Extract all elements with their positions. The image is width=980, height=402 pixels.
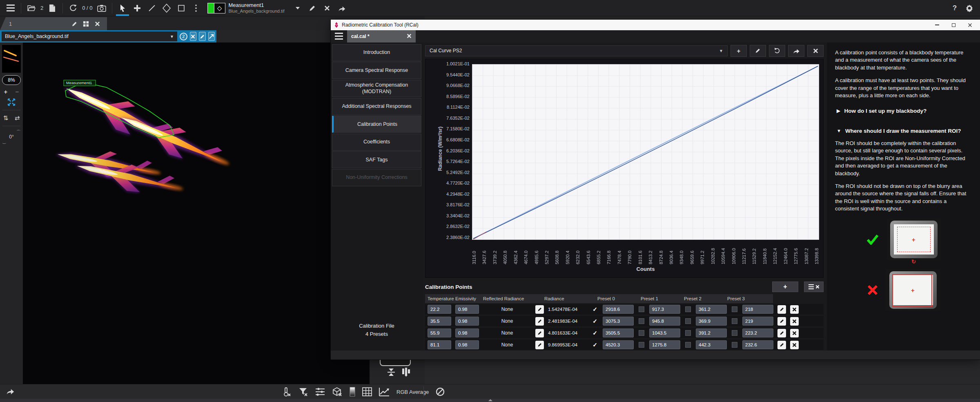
reflected-radiance-value[interactable]: None bbox=[483, 318, 531, 324]
settings-button[interactable] bbox=[962, 1, 977, 15]
help-button[interactable]: ? bbox=[947, 1, 962, 15]
rcal-document-tab[interactable]: cal.cal * bbox=[347, 30, 416, 42]
preset-1-counts-input[interactable]: 1275.8 bbox=[649, 340, 680, 349]
remove-all-points-button[interactable] bbox=[804, 281, 824, 292]
reflected-radiance-value[interactable]: None bbox=[483, 330, 531, 336]
close-file-button[interactable] bbox=[190, 32, 197, 41]
temperature-input[interactable]: 22.2 bbox=[428, 305, 451, 314]
preset-1-checkbox[interactable] bbox=[639, 330, 644, 336]
preset-2-counts-input[interactable]: 442.3 bbox=[696, 340, 727, 349]
preset-0-counts-input[interactable]: 4520.3 bbox=[603, 340, 634, 349]
edit-radiance-button[interactable] bbox=[535, 341, 544, 349]
line-chart-icon[interactable] bbox=[379, 387, 390, 396]
file-selector-dropdown[interactable]: Blue_Angels_background.tif ▼ bbox=[2, 31, 177, 41]
image-thumbnail[interactable] bbox=[2, 45, 21, 73]
open-external-button[interactable] bbox=[208, 32, 215, 41]
edit-point-button[interactable] bbox=[777, 341, 786, 349]
preset-0-checkbox-checked[interactable]: ✓ bbox=[591, 318, 599, 324]
data-table-icon[interactable] bbox=[362, 387, 372, 396]
preset-3-counts-input[interactable]: 219 bbox=[742, 317, 773, 326]
minimize-button[interactable] bbox=[930, 20, 944, 29]
preset-3-counts-input[interactable]: 232.6 bbox=[742, 340, 773, 349]
preset-0-counts-input[interactable]: 2918.6 bbox=[603, 305, 634, 314]
rcal-menu-button[interactable] bbox=[335, 33, 343, 40]
edit-file-button[interactable] bbox=[199, 32, 206, 41]
open-file-button[interactable] bbox=[24, 1, 39, 15]
nav-item-camera-spectral-response[interactable]: Camera Spectral Response bbox=[332, 62, 421, 79]
chevron-up-icon[interactable] bbox=[488, 399, 492, 401]
nav-item-additional-spectral-responses[interactable]: Additional Spectral Responses bbox=[332, 98, 421, 115]
delete-point-button[interactable] bbox=[790, 317, 799, 326]
preset-0-checkbox-checked[interactable]: ✓ bbox=[591, 342, 599, 348]
nav-item-coefficients[interactable]: Coefficients bbox=[332, 134, 421, 151]
preset-1-checkbox[interactable] bbox=[639, 306, 644, 312]
reflected-radiance-value[interactable]: None bbox=[483, 342, 531, 348]
temperature-input[interactable]: 81.1 bbox=[428, 340, 451, 349]
preset-2-counts-input[interactable]: 361.2 bbox=[696, 305, 727, 314]
pixel-mode-label[interactable]: RGB Average bbox=[396, 389, 429, 395]
select-tool-button[interactable] bbox=[115, 1, 130, 15]
measurement-dropdown-button[interactable] bbox=[290, 1, 305, 15]
snapshot-button[interactable] bbox=[94, 1, 109, 15]
close-chart-button[interactable] bbox=[807, 45, 824, 57]
edit-curve-button[interactable] bbox=[750, 45, 766, 57]
edit-point-button[interactable] bbox=[777, 305, 786, 314]
panel-columns-icon[interactable] bbox=[401, 368, 411, 377]
rename-tab-button[interactable] bbox=[69, 19, 80, 29]
edit-point-button[interactable] bbox=[777, 317, 786, 326]
close-tab-button[interactable] bbox=[407, 34, 412, 40]
delete-point-button[interactable] bbox=[790, 329, 799, 337]
adjustments-icon[interactable] bbox=[315, 387, 325, 396]
delete-point-button[interactable] bbox=[790, 341, 799, 349]
preset-2-checkbox[interactable] bbox=[685, 342, 691, 348]
plot-area[interactable] bbox=[472, 64, 819, 240]
preset-3-checkbox[interactable] bbox=[732, 330, 737, 336]
preset-1-checkbox[interactable] bbox=[639, 318, 644, 324]
disabled-circle-icon[interactable] bbox=[436, 387, 445, 396]
fit-to-window-button[interactable] bbox=[7, 98, 16, 106]
expander-measurement-roi[interactable]: ▼ Where should I draw the measurement RO… bbox=[837, 128, 972, 134]
temperature-off-icon[interactable] bbox=[283, 387, 292, 397]
preset-2-checkbox[interactable] bbox=[685, 318, 691, 324]
nav-item-calibration-points[interactable]: Calibration Points bbox=[332, 116, 421, 133]
edit-radiance-button[interactable] bbox=[535, 317, 544, 326]
line-roi-tool-button[interactable] bbox=[145, 1, 159, 15]
rcal-titlebar[interactable]: Radiometric Calibration Tool (RCal) bbox=[331, 20, 980, 30]
collapse-rows-icon[interactable] bbox=[386, 368, 396, 377]
pan-tool-button[interactable] bbox=[130, 1, 145, 15]
preset-3-counts-input[interactable]: 223.2 bbox=[742, 328, 773, 337]
more-tools-button[interactable] bbox=[189, 1, 203, 15]
preset-0-counts-input[interactable]: 3075.3 bbox=[603, 317, 634, 326]
nav-item-atmospheric-compensation-modtran-[interactable]: Atmospheric Compensation (MODTRAN) bbox=[332, 80, 421, 98]
filter-off-icon[interactable] bbox=[298, 387, 308, 397]
delete-point-button[interactable] bbox=[790, 305, 799, 314]
zoom-out-button[interactable]: − bbox=[13, 87, 22, 96]
cube-off-icon[interactable] bbox=[332, 387, 343, 397]
maximize-button[interactable] bbox=[947, 20, 960, 29]
edit-point-button[interactable] bbox=[777, 329, 786, 337]
edit-radiance-button[interactable] bbox=[535, 305, 544, 314]
polygon-roi-tool-button[interactable] bbox=[159, 1, 174, 15]
preset-0-counts-input[interactable]: 3505.5 bbox=[603, 328, 634, 337]
edit-measurement-button[interactable] bbox=[305, 1, 320, 15]
layout-grid-button[interactable] bbox=[80, 19, 91, 29]
flip-vertical-button[interactable]: ⇅ bbox=[1, 114, 10, 122]
zoom-in-button[interactable]: + bbox=[1, 87, 10, 96]
thermal-image-canvas[interactable]: Measurement1 bbox=[23, 42, 370, 384]
temperature-input[interactable]: 55.9 bbox=[428, 328, 451, 337]
preset-1-checkbox[interactable] bbox=[639, 342, 644, 348]
edit-radiance-button[interactable] bbox=[535, 329, 544, 337]
file-list-button[interactable] bbox=[45, 1, 60, 15]
preset-2-counts-input[interactable]: 369.9 bbox=[696, 317, 727, 326]
emissivity-input[interactable]: 0.98 bbox=[455, 340, 479, 349]
preset-3-counts-input[interactable]: 218 bbox=[742, 305, 773, 314]
close-window-button[interactable] bbox=[963, 20, 977, 29]
preset-2-checkbox[interactable] bbox=[685, 306, 691, 312]
flip-horizontal-button[interactable]: ⇄ bbox=[13, 114, 22, 122]
export-measurement-button[interactable] bbox=[334, 1, 349, 15]
nav-item-saf-tags[interactable]: SAF Tags bbox=[332, 151, 421, 168]
preset-0-checkbox-checked[interactable]: ✓ bbox=[591, 330, 599, 336]
preset-3-checkbox[interactable] bbox=[732, 342, 737, 348]
rotation-control[interactable]: ⌒ 0° ⌒ bbox=[2, 130, 21, 144]
preset-1-counts-input[interactable]: 1043.5 bbox=[649, 328, 680, 337]
